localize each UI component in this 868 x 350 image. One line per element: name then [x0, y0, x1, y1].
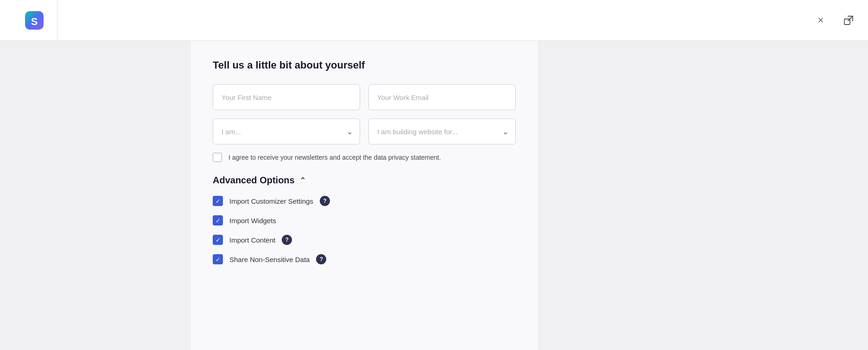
newsletter-checkbox[interactable] — [213, 153, 222, 162]
close-button[interactable]: × — [812, 12, 829, 29]
role-building-row: I am... Developer Designer Marketer Othe… — [213, 119, 516, 144]
import-content-help-icon[interactable]: ? — [282, 235, 292, 245]
external-link-icon — [843, 15, 854, 25]
option-row-import-content: ✓ Import Content ? — [213, 235, 516, 245]
building-select[interactable]: I am building website for... Business Pe… — [368, 119, 516, 144]
top-bar-actions: × — [812, 12, 857, 29]
app-logo: S — [23, 9, 45, 31]
import-content-checkbox[interactable]: ✓ — [213, 235, 223, 245]
newsletter-row: I agree to receive your newsletters and … — [213, 153, 516, 162]
share-data-help-icon[interactable]: ? — [316, 254, 326, 264]
main-content: Tell us a little bit about yourself I am… — [0, 41, 868, 350]
top-bar-left: S — [11, 0, 57, 41]
advanced-options-header[interactable]: Advanced Options ⌃ — [213, 175, 516, 186]
import-customizer-label: Import Customizer Settings — [229, 197, 313, 205]
top-bar: S × — [0, 0, 868, 41]
first-name-input[interactable] — [213, 84, 360, 110]
option-row-share-data: ✓ Share Non-Sensitive Data ? — [213, 254, 516, 264]
share-data-checkbox[interactable]: ✓ — [213, 254, 223, 264]
import-widgets-checkbox[interactable]: ✓ — [213, 215, 223, 225]
work-email-input[interactable] — [368, 84, 516, 110]
role-select-wrapper: I am... Developer Designer Marketer Othe… — [213, 119, 360, 144]
building-select-wrapper: I am building website for... Business Pe… — [368, 119, 516, 144]
import-widgets-label: Import Widgets — [229, 217, 276, 225]
form-title: Tell us a little bit about yourself — [213, 59, 516, 71]
name-email-row — [213, 84, 516, 110]
logo-container: S — [11, 0, 57, 41]
share-data-label: Share Non-Sensitive Data — [229, 256, 310, 263]
svg-text:S: S — [31, 15, 38, 27]
chevron-up-icon: ⌃ — [299, 175, 306, 186]
option-row-import-widgets: ✓ Import Widgets — [213, 215, 516, 225]
import-customizer-checkbox[interactable]: ✓ — [213, 196, 223, 206]
advanced-options-title: Advanced Options — [213, 175, 295, 186]
external-link-button[interactable] — [840, 12, 857, 29]
role-select[interactable]: I am... Developer Designer Marketer Othe… — [213, 119, 360, 144]
form-panel: Tell us a little bit about yourself I am… — [190, 41, 539, 350]
option-row-import-customizer: ✓ Import Customizer Settings ? — [213, 196, 516, 206]
left-sidebar — [0, 41, 190, 350]
import-customizer-help-icon[interactable]: ? — [320, 196, 330, 206]
newsletter-label: I agree to receive your newsletters and … — [228, 154, 441, 161]
right-sidebar — [539, 41, 868, 350]
import-content-label: Import Content — [229, 236, 275, 244]
